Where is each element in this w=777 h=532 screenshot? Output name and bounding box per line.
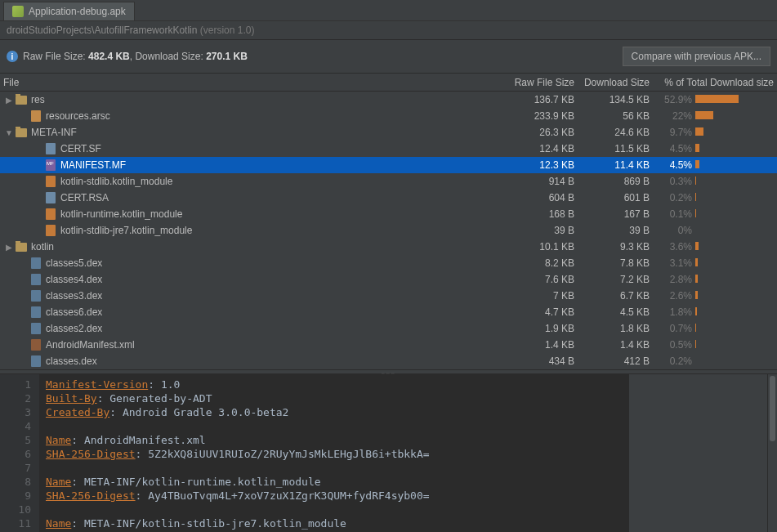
percent-bar (695, 95, 777, 105)
raw-size: 10.1 KB (476, 241, 583, 253)
header-raw[interactable]: Raw File Size (476, 77, 583, 88)
raw-size: 7.6 KB (476, 274, 583, 285)
dex-file-icon (29, 323, 42, 334)
percent: 0.5% (656, 339, 695, 351)
table-row[interactable]: classes4.dex7.6 KB7.2 KB2.8% (0, 271, 777, 288)
download-size: 39 B (583, 225, 656, 236)
line-number: 1 (7, 378, 31, 391)
file-tree[interactable]: ▶res136.7 KB134.5 KB52.9%resources.arsc2… (0, 92, 777, 369)
file-name: AndroidManifest.xml (46, 339, 476, 351)
chevron-down-icon[interactable]: ▼ (3, 128, 15, 137)
percent-bar (695, 258, 777, 268)
raw-size: 1.9 KB (476, 323, 583, 334)
tab-apk[interactable]: Application-debug.apk (3, 2, 135, 20)
download-size: 1.8 KB (583, 323, 656, 334)
raw-size: 1.4 KB (476, 339, 583, 351)
table-row[interactable]: CERT.SF12.4 KB11.5 KB4.5% (0, 141, 777, 157)
table-row[interactable]: resources.arsc233.9 KB56 KB22% (0, 108, 777, 124)
header-file[interactable]: File (0, 77, 476, 88)
code-line[interactable]: Name: AndroidManifest.xml (46, 433, 622, 447)
dex-file-icon (29, 257, 42, 269)
raw-size: 39 B (476, 225, 583, 236)
scrollbar-vertical[interactable] (767, 374, 777, 532)
download-size: 9.3 KB (583, 241, 656, 253)
table-row[interactable]: AndroidManifest.xml1.4 KB1.4 KB0.5% (0, 337, 777, 353)
info-text: Raw File Size: 482.4 KB, Download Size: … (23, 51, 248, 62)
percent: 0.2% (656, 355, 695, 367)
code-line[interactable]: Manifest-Version: 1.0 (46, 378, 622, 391)
table-row[interactable]: classes5.dex8.2 KB7.8 KB3.1% (0, 255, 777, 271)
dex-file-icon (29, 274, 42, 285)
code-line[interactable]: Built-By: Generated-by-ADT (46, 391, 622, 405)
percent: 0.1% (656, 208, 695, 220)
download-size: 134.5 KB (583, 94, 656, 105)
breadcrumb-path: droidStudioProjects\AutofillFrameworkKot… (7, 25, 197, 36)
download-size: 11.4 KB (583, 159, 656, 171)
download-size: 601 B (583, 192, 656, 203)
breadcrumb-version: (version 1.0) (200, 25, 255, 36)
raw-size: 914 B (476, 176, 583, 187)
code-line[interactable] (46, 419, 622, 433)
code-line[interactable] (46, 503, 622, 516)
table-row[interactable]: kotlin-runtime.kotlin_module168 B167 B0.… (0, 206, 777, 222)
line-number: 11 (7, 516, 31, 530)
line-number: 7 (7, 461, 31, 475)
table-row[interactable]: classes2.dex1.9 KB1.8 KB0.7% (0, 320, 777, 337)
code-line[interactable]: Name: META-INF/kotlin-runtime.kotlin_mod… (46, 475, 622, 489)
raw-size: 434 B (476, 355, 583, 367)
code-line[interactable]: Created-By: Android Gradle 3.0.0-beta2 (46, 405, 622, 419)
info-bar: i Raw File Size: 482.4 KB, Download Size… (0, 40, 777, 74)
file-name: CERT.RSA (60, 192, 476, 203)
percent: 9.7% (656, 127, 695, 138)
percent-bar (695, 226, 777, 235)
download-size: 6.7 KB (583, 290, 656, 302)
header-dl[interactable]: Download Size (583, 77, 656, 88)
raw-size: 26.3 KB (476, 127, 583, 138)
table-row[interactable]: ▶kotlin10.1 KB9.3 KB3.6% (0, 239, 777, 255)
tab-bar: Application-debug.apk (0, 0, 777, 21)
table-row[interactable]: kotlin-stdlib.kotlin_module914 B869 B0.3… (0, 173, 777, 190)
dex-file-icon (29, 306, 42, 318)
download-size: 412 B (583, 355, 656, 367)
editor-right-panel (628, 374, 767, 532)
chevron-right-icon[interactable]: ▶ (3, 96, 15, 105)
download-size: 1.4 KB (583, 339, 656, 351)
compare-button[interactable]: Compare with previous APK... (623, 47, 770, 66)
file-name: CERT.SF (60, 143, 476, 154)
table-row[interactable]: kotlin-stdlib-jre7.kotlin_module39 B39 B… (0, 222, 777, 239)
table-row[interactable]: ▼META-INF26.3 KB24.6 KB9.7% (0, 124, 777, 141)
kotlin-module-icon (44, 225, 57, 236)
chevron-right-icon[interactable]: ▶ (3, 243, 15, 252)
percent-bar (695, 340, 777, 350)
percent-bar (695, 160, 777, 170)
header-pct[interactable]: % of Total Download size (656, 77, 777, 88)
file-name: classes3.dex (46, 290, 476, 302)
code-area[interactable]: Manifest-Version: 1.0Built-By: Generated… (39, 374, 628, 532)
table-row[interactable]: classes6.dex4.7 KB4.5 KB1.8% (0, 304, 777, 320)
table-row[interactable]: ▶res136.7 KB134.5 KB52.9% (0, 92, 777, 108)
file-name: META-INF (31, 127, 476, 138)
line-number: 6 (7, 447, 31, 461)
table-row[interactable]: classes.dex434 B412 B0.2% (0, 353, 777, 369)
percent: 22% (656, 110, 695, 122)
code-line[interactable]: SHA-256-Digest: 5Z2kXQ8iUUV1RUIoZ/2RUyYm… (46, 447, 622, 461)
code-line[interactable]: Name: META-INF/kotlin-stdlib-jre7.kotlin… (46, 516, 622, 530)
percent: 3.1% (656, 257, 695, 269)
raw-size: 12.4 KB (476, 143, 583, 154)
info-icon: i (7, 51, 18, 62)
download-size: 56 KB (583, 110, 656, 122)
raw-size: 233.9 KB (476, 110, 583, 122)
code-line[interactable] (46, 461, 622, 475)
percent: 0.2% (656, 192, 695, 203)
file-name: MANIFEST.MF (60, 159, 476, 171)
raw-size: 604 B (476, 192, 583, 203)
apk-icon (12, 6, 24, 17)
percent: 2.8% (656, 274, 695, 285)
table-row[interactable]: CERT.RSA604 B601 B0.2% (0, 190, 777, 206)
table-row[interactable]: classes3.dex7 KB6.7 KB2.6% (0, 288, 777, 304)
percent-bar (695, 356, 777, 366)
file-name: kotlin-stdlib.kotlin_module (60, 176, 476, 187)
table-row[interactable]: MANIFEST.MF12.3 KB11.4 KB4.5% (0, 157, 777, 173)
code-line[interactable]: SHA-256-Digest: Ay4TBuoTvqm4L+7xoV7zuX1Z… (46, 489, 622, 503)
kotlin-module-icon (44, 176, 57, 187)
